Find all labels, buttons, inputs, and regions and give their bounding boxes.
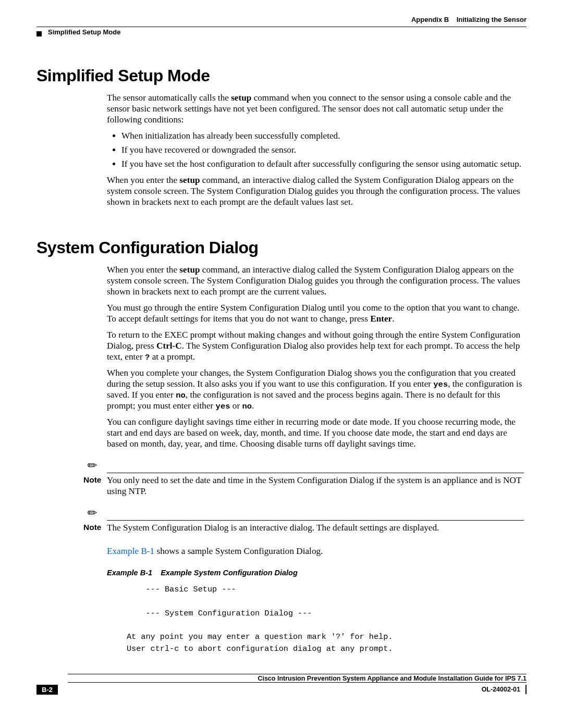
example-caption: Example B-1 Example System Configuration… <box>107 569 524 578</box>
val-no: no <box>176 391 186 400</box>
s2-p3: To return to the EXEC prompt without mak… <box>107 330 524 363</box>
cmd-setup: setup <box>179 175 200 185</box>
note-rule <box>107 520 524 521</box>
section2-body: When you enter the setup command, an int… <box>107 265 524 450</box>
section-heading-dialog: System Configuration Dialog <box>36 238 527 257</box>
page-footer: Cisco Intrusion Prevention System Applia… <box>36 674 527 705</box>
code-block: --- Basic Setup --- --- System Configura… <box>127 584 524 655</box>
doc-number: OL-24002-01 <box>482 686 520 693</box>
s2-p4: When you complete your changes, the Syst… <box>107 368 524 412</box>
s1-bullet: If you have recovered or downgraded the … <box>121 145 524 156</box>
note-rule <box>107 473 524 473</box>
key-question: ? <box>145 353 150 362</box>
s2-p2: You must go through the entire System Co… <box>107 303 524 325</box>
footer-book-title: Cisco Intrusion Prevention System Applia… <box>68 674 527 682</box>
section-heading-simplified: Simplified Setup Mode <box>36 66 527 85</box>
key-ctrl-c: Ctrl-C <box>156 341 182 351</box>
running-head: Simplified Setup Mode <box>48 28 527 36</box>
note-label: Note <box>83 475 107 485</box>
s1-intro: The sensor automatically calls the setup… <box>107 93 524 126</box>
page-number: B-2 <box>36 685 58 695</box>
footer-rule <box>68 682 527 683</box>
pencil-icon: ✎ <box>84 505 100 521</box>
key-enter: Enter <box>370 314 392 324</box>
example-link[interactable]: Example B-1 <box>107 546 154 556</box>
s1-p2: When you enter the setup command, an int… <box>107 175 524 208</box>
s1-bullet: If you have set the host configuration t… <box>121 159 524 170</box>
header-rule <box>36 27 527 27</box>
cmd-setup: setup <box>179 265 200 275</box>
note-text-1: You only need to set the date and time i… <box>107 475 524 497</box>
pencil-icon: ✎ <box>84 458 100 474</box>
val-yes: yes <box>433 380 448 389</box>
val-no: no <box>242 402 252 411</box>
example-intro: Example B-1 shows a sample System Config… <box>107 546 524 655</box>
s1-bullet: When initialization has already been suc… <box>121 131 524 142</box>
page-header: Appendix B Initializing the Sensor <box>36 16 527 23</box>
cmd-setup: setup <box>231 93 251 103</box>
header-marker-icon <box>36 31 42 36</box>
footer-bar-icon <box>525 685 527 694</box>
note-text-2: The System Configuration Dialog is an in… <box>107 523 524 534</box>
appendix-label: Appendix B <box>411 16 449 23</box>
s2-p1: When you enter the setup command, an int… <box>107 265 524 298</box>
appendix-title: Initializing the Sensor <box>457 16 527 23</box>
note-label: Note <box>83 523 107 533</box>
note-block-1: ✎ Note You only need to set the date and… <box>83 459 524 497</box>
s2-p5: You can configure daylight savings time … <box>107 417 524 450</box>
s1-bullets: When initialization has already been suc… <box>107 131 524 170</box>
note-block-2: ✎ Note The System Configuration Dialog i… <box>83 507 524 534</box>
val-yes: yes <box>216 402 230 411</box>
section1-body: The sensor automatically calls the setup… <box>107 93 524 208</box>
